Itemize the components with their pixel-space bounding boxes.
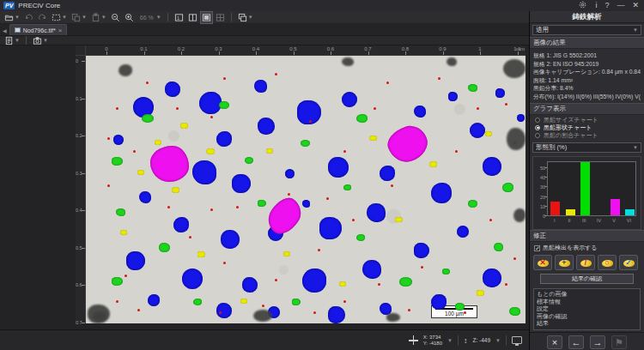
zoom-level-dropdown[interactable]: 66 %▼ — [137, 12, 162, 23]
red-particle — [125, 275, 127, 277]
blue-particle — [517, 114, 525, 122]
forward-button[interactable]: → — [590, 335, 605, 349]
yellow-particle — [206, 148, 215, 154]
metric-dropdown[interactable]: 形態別 (%) ▼ — [532, 142, 641, 153]
chevron-down-icon: ▼ — [633, 27, 638, 33]
yellow-particle — [339, 281, 346, 287]
y-tick-label: 40 — [540, 175, 545, 180]
zoom-level-value: 66 % — [138, 15, 155, 21]
view-split-button[interactable] — [187, 12, 198, 23]
snapshot-button[interactable]: ▼ — [32, 35, 49, 46]
back-button[interactable]: ← — [568, 335, 584, 349]
redo-button[interactable] — [37, 12, 48, 23]
wizard-step[interactable]: 結果 — [537, 320, 637, 328]
blue-particle — [192, 160, 216, 184]
show-detection-checkbox[interactable]: ✓ 黒鉛検出を表示する — [530, 242, 644, 254]
ruler-tick — [106, 51, 107, 55]
x-tick-label: II — [568, 218, 570, 223]
red-particle — [107, 137, 110, 140]
minimize-icon[interactable]: — — [617, 2, 624, 9]
copy-button[interactable]: ▼ — [70, 12, 88, 23]
red-particle — [116, 107, 118, 110]
red-particle — [408, 309, 410, 311]
red-particle — [219, 311, 222, 314]
confirm-results-button[interactable]: 結果の確認 — [540, 274, 634, 284]
delete-graphite-button[interactable]: ✕ — [533, 255, 552, 270]
chart-type-radio[interactable]: 黒鉛の割合チャート — [535, 131, 639, 139]
red-particle — [374, 107, 376, 110]
select-rect-button[interactable]: ▼ — [51, 12, 68, 23]
tab-close-icon[interactable]: × — [58, 27, 63, 33]
redo-icon — [38, 13, 47, 22]
xy-position: X: 3734 Y: -4180 — [423, 335, 442, 347]
z-dropdown-icon[interactable]: ▼ — [495, 338, 501, 343]
blue-particle — [431, 183, 452, 203]
zoom-out-button[interactable] — [110, 12, 121, 23]
cancel-button[interactable]: × — [547, 335, 562, 349]
zoom-in-button[interactable] — [124, 12, 135, 23]
ruler-tick-label: 0 — [76, 58, 78, 63]
blue-particle — [165, 81, 180, 97]
green-particle — [468, 200, 477, 208]
view-compare-button[interactable] — [215, 12, 226, 23]
classify-graphite-icon: ✓ — [620, 256, 637, 269]
add-graphite-button[interactable]: + — [555, 255, 574, 270]
wizard-step[interactable]: 設定 — [537, 305, 637, 313]
green-particle — [468, 84, 477, 92]
view-single-button[interactable]: 1 — [173, 12, 185, 23]
merge-graphite-button[interactable]: ○ — [598, 255, 617, 270]
y-tick-label: 0 — [543, 214, 545, 219]
open-file-button[interactable]: ▼ — [3, 12, 21, 23]
toolbar-divider — [231, 13, 232, 21]
red-particle — [288, 193, 290, 196]
result-line: 画像キャリブレーション: 0.84 µm x 0.84 µm — [533, 68, 641, 76]
report-button[interactable]: ▼ — [3, 35, 21, 46]
yellow-particle — [266, 148, 273, 154]
wizard-step[interactable]: 画像の確認 — [537, 313, 637, 321]
undo-button[interactable] — [23, 12, 34, 23]
main-row: ▼▼▼▼66 %▼1▼ ◀ Nod796c.tif* × ▼▼ 00.10.20… — [0, 11, 644, 350]
ruler-tick — [82, 99, 85, 100]
snapshot-icon — [33, 36, 42, 45]
blue-particle — [173, 217, 189, 232]
undo-icon — [24, 13, 33, 22]
chevron-down-icon: ▼ — [82, 15, 87, 20]
ruler-tick — [82, 136, 85, 136]
blue-particle — [302, 269, 326, 293]
ruler-tick — [82, 285, 85, 286]
chevron-down-icon: ▼ — [62, 15, 67, 20]
green-particle — [258, 200, 266, 207]
green-particle — [399, 277, 412, 287]
result-line: 面積: 1.14 mm² — [533, 76, 641, 85]
cut-graphite-button[interactable]: / — [576, 255, 595, 270]
info-icon[interactable]: i — [595, 2, 597, 9]
display-icon[interactable] — [512, 336, 522, 344]
tab-bar: ◀ Nod796c.tif* × — [0, 24, 529, 36]
window-layout-button[interactable]: ▼ — [237, 12, 254, 23]
paste-button[interactable]: ▼ — [90, 12, 107, 23]
wizard-step[interactable]: 標本情報 — [537, 299, 637, 306]
close-icon[interactable]: ✕ — [632, 2, 639, 9]
svg-text:1: 1 — [177, 15, 179, 20]
wizard-step[interactable]: もとの画像 — [537, 291, 637, 299]
document-tab[interactable]: Nod796c.tif* × — [9, 24, 68, 35]
red-particle — [464, 311, 466, 314]
yellow-particle — [395, 217, 403, 222]
xy-dropdown-icon[interactable]: ▼ — [447, 338, 453, 343]
z-axis-icon: ↕ — [464, 336, 468, 345]
view-compare-icon — [216, 13, 225, 22]
apply-dropdown[interactable]: 適用 ▼ — [532, 25, 641, 35]
dark-particle — [447, 57, 457, 66]
help-icon[interactable]: ? — [605, 2, 609, 9]
settings-gear-icon[interactable] — [578, 0, 587, 11]
z-position: Z: -449 — [472, 337, 490, 343]
cut-graphite-icon: / — [577, 256, 594, 269]
view-overview-button[interactable] — [201, 12, 212, 23]
red-particle — [438, 77, 440, 80]
classify-graphite-button[interactable]: ✓ — [619, 255, 638, 270]
ruler-tick — [82, 248, 85, 249]
ruler-tick — [256, 51, 257, 55]
green-particle — [116, 208, 125, 216]
red-particle — [116, 300, 118, 303]
micrograph-image[interactable]: 100 µm — [86, 56, 526, 323]
